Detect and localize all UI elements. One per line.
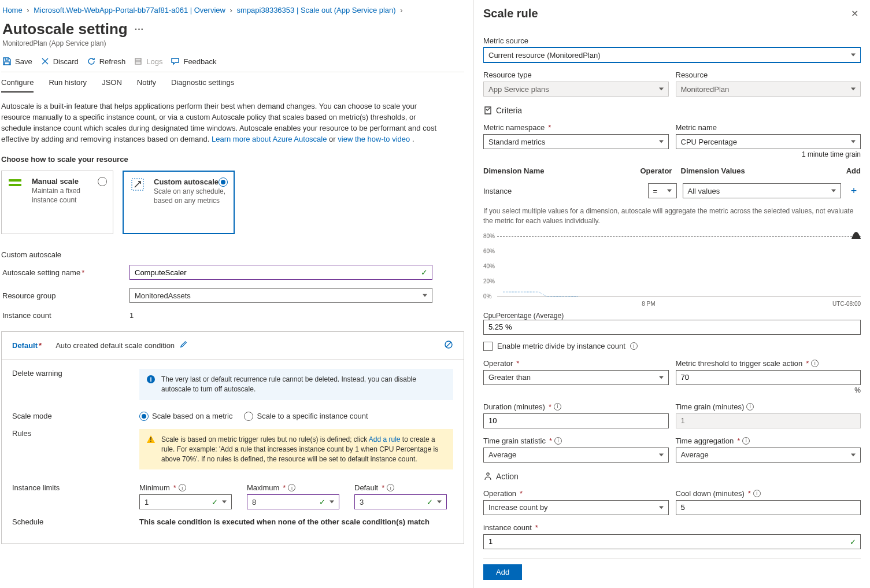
resource-group-select[interactable]: MonitoredAssets: [129, 288, 432, 303]
instance-count-value: 1: [129, 311, 134, 320]
info-icon[interactable]: i: [554, 437, 562, 445]
action-icon: [483, 472, 493, 481]
valid-check-icon: ✓: [421, 268, 428, 277]
resource-type-select: App Service plans: [483, 82, 669, 97]
resource-type-label: Resource type: [483, 71, 669, 79]
refresh-icon: [87, 57, 96, 66]
info-icon: i: [146, 375, 156, 384]
choose-scale-label: Choose how to scale your resource: [1, 155, 464, 164]
manual-scale-sub: Maintain a fixed instance count: [32, 187, 106, 205]
breadcrumb-2[interactable]: smpapi38336353 | Scale out (App Service …: [237, 6, 396, 14]
learn-more-link[interactable]: Learn more about Azure Autoscale: [212, 135, 327, 143]
default-input[interactable]: 3: [354, 494, 447, 509]
schedule-label: Schedule: [12, 517, 139, 526]
feedback-icon: [171, 57, 180, 66]
delete-warning-label: Delete warning: [12, 369, 139, 378]
time-grain-statistic-select[interactable]: Average: [483, 448, 669, 463]
info-icon[interactable]: i: [554, 403, 561, 411]
resource-label: Resource: [676, 71, 861, 79]
save-icon: [2, 57, 12, 66]
warning-icon: !: [146, 435, 156, 444]
tab-run-history[interactable]: Run history: [49, 78, 87, 93]
logs-button: Logs: [134, 57, 162, 66]
info-icon[interactable]: i: [387, 484, 394, 491]
page-subtitle: MonitoredPlan (App Service plan): [2, 39, 464, 47]
operator-select[interactable]: Greater than: [483, 370, 669, 385]
info-icon[interactable]: i: [179, 484, 186, 491]
tab-configure[interactable]: Configure: [1, 78, 34, 93]
edit-condition-icon[interactable]: [179, 341, 187, 350]
feedback-button[interactable]: Feedback: [171, 57, 216, 66]
breadcrumb: Home › Microsoft.Web-WebApp-Portal-bb77a…: [1, 6, 464, 14]
info-icon[interactable]: i: [742, 437, 750, 445]
svg-text:i: i: [150, 376, 151, 383]
save-button[interactable]: Save: [2, 57, 32, 66]
info-icon[interactable]: i: [630, 342, 638, 350]
metric-source-label: Metric source: [483, 36, 861, 45]
dimension-values-select[interactable]: All values: [683, 183, 842, 198]
threshold-input[interactable]: [676, 370, 861, 385]
minimum-input[interactable]: 1: [139, 494, 232, 509]
dimension-name: Instance: [483, 187, 642, 195]
info-icon[interactable]: i: [811, 360, 819, 367]
duration-input[interactable]: [483, 413, 669, 428]
close-icon[interactable]: ✕: [849, 6, 861, 21]
metric-avg-label: CpuPercentage (Average): [483, 312, 861, 320]
dimension-operator-select[interactable]: =: [648, 183, 677, 198]
refresh-button[interactable]: Refresh: [87, 57, 126, 66]
divide-checkbox[interactable]: [483, 342, 493, 351]
howto-video-link[interactable]: view the how-to video: [338, 135, 410, 143]
cooldown-input[interactable]: [676, 500, 861, 515]
disable-condition-icon[interactable]: [444, 340, 453, 351]
valid-check-icon: ✓: [319, 498, 325, 506]
scale-specific-radio[interactable]: Scale to a specific instance count: [244, 412, 368, 421]
metric-value-input[interactable]: [483, 320, 861, 335]
metric-namespace-select[interactable]: Standard metrics: [483, 134, 669, 149]
discard-button[interactable]: Discard: [40, 57, 79, 66]
time-aggregation-select[interactable]: Average: [676, 448, 861, 463]
valid-check-icon: ✓: [427, 498, 433, 506]
time-grain-note: 1 minute time grain: [483, 150, 861, 158]
toolbar: Save Discard Refresh Logs Feedback: [1, 56, 464, 72]
tab-diagnostic[interactable]: Diagnostic settings: [171, 78, 234, 93]
metric-name-select[interactable]: CPU Percentage: [676, 134, 861, 149]
add-rule-link[interactable]: Add a rule: [369, 435, 401, 443]
custom-autoscale-sub: Scale on any schedule, based on any metr…: [154, 187, 227, 205]
resource-select: MonitoredPlan: [676, 82, 861, 97]
discard-icon: [40, 57, 50, 66]
metric-chart: 80% 60% 40% 20% 0% 8 PM UTC-08:00: [483, 232, 861, 307]
scale-metric-radio[interactable]: Scale based on a metric: [139, 412, 232, 421]
tab-notify[interactable]: Notify: [137, 78, 156, 93]
instance-count-input[interactable]: [483, 534, 861, 549]
custom-autoscale-header: Custom autoscale: [1, 250, 464, 259]
add-dimension-icon[interactable]: +: [847, 185, 861, 197]
svg-text:!: !: [150, 437, 151, 443]
criteria-icon: [483, 106, 493, 115]
scale-mode-label: Scale mode: [12, 412, 139, 420]
autoscale-name-input[interactable]: [129, 265, 432, 280]
breadcrumb-1[interactable]: Microsoft.Web-WebApp-Portal-bb77af81-a06…: [34, 6, 225, 14]
maximum-input[interactable]: 8: [247, 494, 339, 509]
info-icon[interactable]: i: [288, 484, 295, 491]
tab-json[interactable]: JSON: [102, 78, 122, 93]
metric-source-select[interactable]: Current resource (MonitoredPlan): [483, 47, 861, 62]
add-button[interactable]: Add: [483, 564, 522, 580]
logs-icon: [134, 57, 143, 66]
operation-select[interactable]: Increase count by: [483, 500, 669, 515]
manual-scale-icon: [9, 177, 26, 191]
more-menu-icon[interactable]: ···: [135, 24, 144, 35]
condition-name: Default*: [12, 341, 42, 350]
panel-title: Scale rule: [483, 7, 849, 20]
breadcrumb-home[interactable]: Home: [2, 6, 23, 14]
manual-scale-card[interactable]: Manual scale Maintain a fixed instance c…: [1, 171, 113, 234]
custom-autoscale-title: Custom autoscale: [154, 177, 227, 186]
custom-autoscale-card[interactable]: Custom autoscale Scale on any schedule, …: [123, 171, 235, 234]
action-header: Action: [496, 472, 519, 481]
autoscale-name-label: Autoscale setting name*: [2, 268, 129, 277]
tabs: Configure Run history JSON Notify Diagno…: [1, 72, 464, 93]
info-icon[interactable]: i: [746, 403, 754, 411]
criteria-header: Criteria: [496, 106, 522, 115]
instance-limits-label: Instance limits: [12, 483, 139, 492]
info-icon[interactable]: i: [753, 490, 761, 497]
description: Autoscale is a built-in feature that hel…: [1, 101, 440, 145]
